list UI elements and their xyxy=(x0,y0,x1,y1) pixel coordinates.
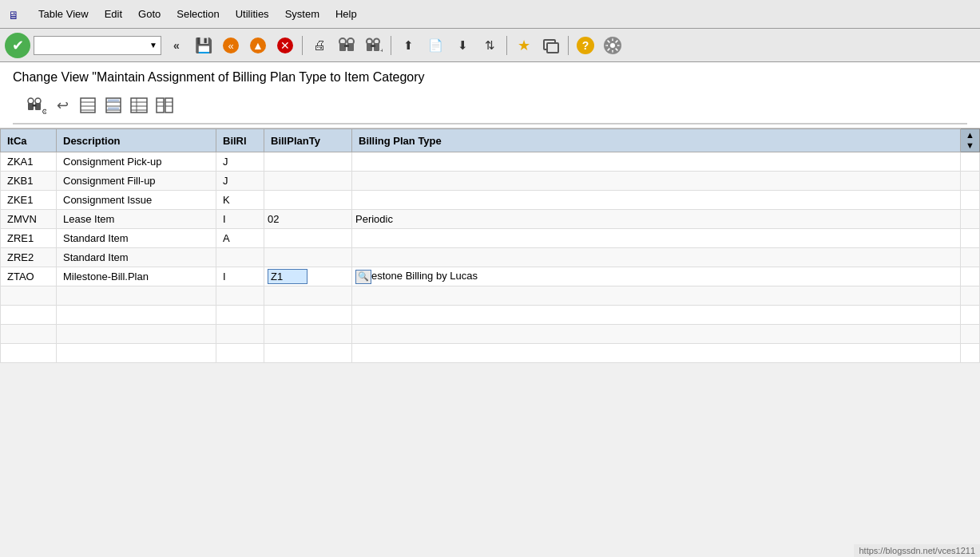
find-next-button[interactable]: + xyxy=(362,34,386,57)
menu-selection[interactable]: Selection xyxy=(177,8,219,20)
cell-bilrl xyxy=(216,325,264,344)
table-row xyxy=(1,344,980,363)
svg-text:▲: ▲ xyxy=(252,39,264,52)
settings-button[interactable] xyxy=(601,34,625,57)
cell-billplanty xyxy=(264,306,352,325)
menu-table-view[interactable]: Table View xyxy=(38,8,89,20)
table-row: ZRE1Standard ItemA xyxy=(1,229,980,248)
cell-itca: ZRE1 xyxy=(1,229,57,248)
cell-bilrl: K xyxy=(216,191,264,210)
cell-billplanty xyxy=(264,229,352,248)
svg-rect-20 xyxy=(547,43,558,53)
dropdown-arrow-icon: ▼ xyxy=(149,41,157,49)
cell-itca xyxy=(1,344,57,363)
cell-billplanty xyxy=(264,344,352,363)
download-button[interactable]: ⬇ xyxy=(450,34,474,57)
cell-scroll xyxy=(961,306,980,325)
toolbar: ✔ ▼ « 💾 « ▲ ✕ 🖨 xyxy=(0,29,980,62)
cell-billing-plan-type xyxy=(352,191,961,210)
cell-itca: ZKB1 xyxy=(1,172,57,191)
svg-text:✕: ✕ xyxy=(280,39,290,52)
scroll-up-icon[interactable]: ▲ xyxy=(966,131,974,140)
menu-utilities[interactable]: Utilities xyxy=(236,8,269,20)
table-row: ZKB1Consignment Fill-upJ xyxy=(1,172,980,191)
execute-button[interactable]: ✔ xyxy=(5,33,30,58)
cell-scroll xyxy=(961,229,980,248)
cell-billing-plan-type xyxy=(352,172,961,191)
billplanty-input[interactable] xyxy=(268,269,307,284)
separator-4 xyxy=(568,36,569,55)
menu-system[interactable]: System xyxy=(285,8,319,20)
cell-bilrl: A xyxy=(216,229,264,248)
col-header-scroll: ▲ ▼ xyxy=(961,129,980,152)
find-button[interactable] xyxy=(335,34,359,57)
cell-description xyxy=(57,306,216,325)
cell-billing-plan-type xyxy=(352,229,961,248)
menu-help[interactable]: Help xyxy=(335,8,357,20)
menu-bar: 🖥 Table View Edit Goto Selection Utiliti… xyxy=(0,0,980,29)
menu-goto[interactable]: Goto xyxy=(138,8,161,20)
search-config-button[interactable]: ⚙ xyxy=(26,94,48,117)
cell-bilrl: I xyxy=(216,267,264,286)
cell-scroll xyxy=(961,152,980,172)
table-header-row: ItCa Description BilRl BillPlanTy Billin… xyxy=(1,129,980,152)
cell-bilrl: I xyxy=(216,210,264,229)
display-all-button[interactable] xyxy=(77,94,99,117)
cell-bilrl xyxy=(216,306,264,325)
up-button[interactable]: ▲ xyxy=(246,34,270,57)
cell-billplanty[interactable] xyxy=(264,267,352,286)
back-button[interactable]: « xyxy=(219,34,243,57)
cell-billplanty xyxy=(264,191,352,210)
save-button[interactable]: 💾 xyxy=(192,34,216,57)
copy-button[interactable]: 📄 xyxy=(423,34,447,57)
command-dropdown[interactable]: ▼ xyxy=(34,36,161,55)
transfer-button[interactable]: ⇅ xyxy=(478,34,502,57)
cell-itca xyxy=(1,306,57,325)
data-table-container: ItCa Description BilRl BillPlanTy Billin… xyxy=(0,128,980,363)
cell-scroll xyxy=(961,172,980,191)
help-button[interactable]: ? xyxy=(573,34,597,57)
data-table: ItCa Description BilRl BillPlanTy Billin… xyxy=(0,128,980,363)
window-button[interactable] xyxy=(539,34,563,57)
table-row: ZRE2Standard Item xyxy=(1,248,980,267)
detail-view-button[interactable] xyxy=(128,94,150,117)
separator-1 xyxy=(302,36,303,55)
cell-bilrl xyxy=(216,286,264,306)
cell-billplanty: 02 xyxy=(264,210,352,229)
table-row: ZMVNLease ItemI02Periodic xyxy=(1,210,980,229)
cell-itca: ZTAO xyxy=(1,267,57,286)
print-button[interactable]: 🖨 xyxy=(307,34,331,57)
cancel-button[interactable]: ✕ xyxy=(273,34,297,57)
search-billing-type-button[interactable]: 🔍 xyxy=(355,270,371,284)
scroll-down-icon[interactable]: ▼ xyxy=(966,141,974,150)
svg-point-29 xyxy=(35,98,41,104)
cell-billplanty xyxy=(264,172,352,191)
col-header-billplanty: BillPlanTy xyxy=(264,129,352,152)
display-selected-button[interactable] xyxy=(102,94,125,117)
table-row: ZTAOMilestone-Bill.PlanI🔍estone Billing … xyxy=(1,267,980,286)
first-page-button[interactable]: « xyxy=(165,34,188,57)
cell-description: Standard Item xyxy=(57,248,216,267)
cell-billplanty xyxy=(264,325,352,344)
cell-billplanty xyxy=(264,248,352,267)
svg-text:«: « xyxy=(228,40,233,52)
cell-description: Standard Item xyxy=(57,229,216,248)
upload-button[interactable]: ⬆ xyxy=(396,34,420,57)
cell-billing-plan-type xyxy=(352,325,961,344)
undo-button[interactable]: ↩ xyxy=(51,94,73,117)
col-header-bilrl: BilRl xyxy=(216,129,264,152)
cell-itca: ZMVN xyxy=(1,210,57,229)
cell-description xyxy=(57,325,216,344)
col-header-billing-plan-type: Billing Plan Type xyxy=(352,129,961,152)
cell-billing-plan-type xyxy=(352,344,961,363)
menu-edit[interactable]: Edit xyxy=(105,8,122,20)
relations-button[interactable] xyxy=(153,94,176,117)
svg-rect-15 xyxy=(371,45,375,47)
cell-billing-plan-type: Periodic xyxy=(352,210,961,229)
col-header-itca: ItCa xyxy=(1,129,57,152)
cell-billing-plan-type xyxy=(352,248,961,267)
cell-billing-plan-type[interactable]: 🔍estone Billing by Lucas xyxy=(352,267,961,286)
cell-billing-plan-type xyxy=(352,306,961,325)
cell-itca: ZKE1 xyxy=(1,191,57,210)
bookmark-button[interactable]: ★ xyxy=(512,34,536,57)
